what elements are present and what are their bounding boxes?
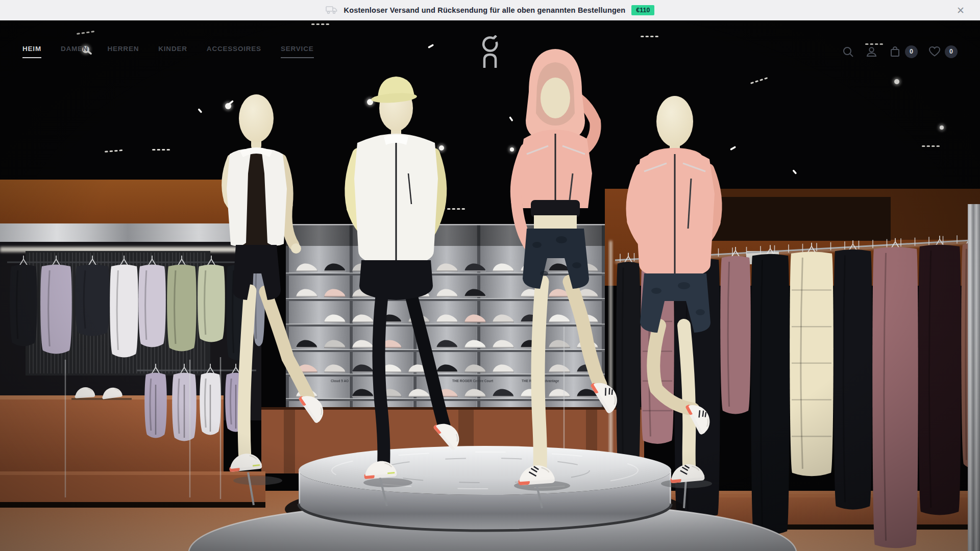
search-button[interactable] <box>841 45 855 59</box>
search-icon <box>842 46 854 58</box>
nav-herren[interactable]: HERREN <box>107 45 139 58</box>
announcement-badge: €110 <box>631 5 654 16</box>
close-announcement-button[interactable]: ✕ <box>954 4 967 17</box>
nav-heim[interactable]: HEIM <box>22 45 41 58</box>
nav-kinder[interactable]: KINDER <box>158 45 187 58</box>
cart-button[interactable] <box>888 45 902 59</box>
wishlist-count-badge: 0 <box>945 45 958 58</box>
hero-section: RUN Cloud 5 AO THE ROGER Centre Court TH… <box>0 20 980 551</box>
announcement-bar: Kostenloser Versand und Rücksendung für … <box>0 0 980 20</box>
announcement-text: Kostenloser Versand und Rücksendung für … <box>344 6 626 14</box>
heart-icon <box>928 46 941 57</box>
nav-damen[interactable]: DAMEN <box>61 45 88 58</box>
on-logo[interactable] <box>478 35 502 71</box>
main-nav: HEIM DAMEN HERREN KINDER ACCESSOIRES SER… <box>22 45 314 58</box>
site-header: HEIM DAMEN HERREN KINDER ACCESSOIRES SER… <box>0 20 980 83</box>
hero-image: RUN Cloud 5 AO THE ROGER Centre Court TH… <box>0 20 980 551</box>
cart-icon <box>889 46 901 58</box>
nav-service[interactable]: SERVICE <box>281 45 314 58</box>
wishlist-button[interactable] <box>927 45 942 58</box>
account-icon <box>866 46 877 58</box>
cart-count-badge: 0 <box>905 45 918 58</box>
nav-accessoires[interactable]: ACCESSOIRES <box>207 45 261 58</box>
shipping-truck-icon <box>326 5 338 15</box>
header-actions: 0 0 <box>841 45 958 59</box>
account-button[interactable] <box>865 45 878 59</box>
